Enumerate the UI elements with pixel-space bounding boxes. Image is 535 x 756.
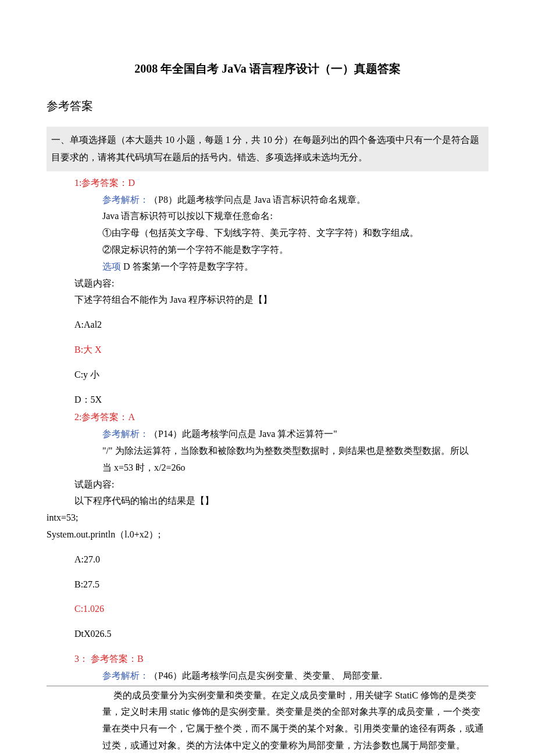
- q1-line4: ②限定标识符的第一个字符不能是数字字符。: [47, 242, 488, 259]
- explain-text: （P46）此题考核学问点是实例变量、类变量、 局部变量.: [149, 671, 382, 680]
- option-label: 选项: [102, 261, 121, 271]
- q2-stem: 以下程序代码的输出的结果是【】: [47, 493, 488, 510]
- q1-line2: Java 语言标识符可以按以下规章任意命名:: [47, 208, 488, 225]
- q2-content-label: 试题内容:: [47, 476, 488, 493]
- q1-line3: ①由字母（包括英文字母、下划线字符、美元字符、文字字符）和数字组成。: [47, 225, 488, 242]
- explain-label: 参考解析：: [102, 671, 149, 680]
- q2-explain-line1: 参考解析：（P14）此题考核学问点是 Java 算术运算符一": [47, 426, 488, 443]
- q2-option-a: A:27.0: [74, 551, 488, 568]
- explain-label: 参考解析：: [102, 195, 149, 205]
- explain-text: （P14）此题考核学问点是 Java 算术运算符一": [149, 429, 337, 439]
- section-intro-bar: 一、单项选择题（本大题共 10 小题，每题 1 分，共 10 分）在每题列出的四…: [47, 127, 488, 171]
- q1-content-label: 试题内容:: [47, 275, 488, 292]
- q1-stem: 下述字符组合不能作为 Java 程序标识符的是【】: [47, 292, 488, 309]
- explain-text: （P8）此题考核学问点是 Java 语言标识符命名规章。: [149, 195, 366, 205]
- page-title: 2008 年全国自考 JaVa 语言程序设计（一）真题答案: [47, 58, 488, 79]
- document-page: 2008 年全国自考 JaVa 语言程序设计（一）真题答案 参考答案 一、单项选…: [0, 0, 535, 756]
- q1-answer: 1:参考答案：D: [47, 175, 488, 192]
- q2-answer: 2:参考答案：A: [47, 409, 488, 426]
- q2-code-2: System.out.println（l.0+x2）;: [47, 526, 488, 543]
- divider: [47, 686, 488, 686]
- q2-code-1: intx=53;: [47, 510, 488, 526]
- q1-line5: 选项 D 答案第一个字符是数字字符。: [47, 259, 488, 275]
- q1-option-a: A:Aal2: [74, 317, 488, 334]
- q2-option-c: C:1.026: [74, 601, 488, 618]
- q2-option-b: B:27.5: [74, 576, 488, 593]
- option-text: D 答案第一个字符是数字字符。: [121, 261, 254, 271]
- q1-option-d: D：5X: [74, 392, 488, 409]
- q1-option-b: B:大 X: [74, 342, 488, 359]
- explain-label: 参考解析：: [102, 429, 149, 439]
- q3-paragraph: 类的成员变量分为实例变量和类变量。在定义成员变量时，用关键字 StatiC 修饰…: [47, 687, 488, 754]
- q3-answer: 3： 参考答案：B: [47, 651, 488, 668]
- q2-option-d: DtX026.5: [74, 626, 488, 643]
- q2-line3: 当 x=53 时，x/2=26o: [47, 460, 488, 476]
- q1-option-c: C:y 小: [74, 367, 488, 384]
- q3-explain-line1: 参考解析：（P46）此题考核学问点是实例变量、类变量、 局部变量.: [47, 668, 488, 685]
- q1-explain-line1: 参考解析：（P8）此题考核学问点是 Java 语言标识符命名规章。: [47, 192, 488, 209]
- section-header: 参考答案: [47, 95, 488, 116]
- q2-line2: "/" 为除法运算符，当除数和被除数均为整数类型数据时，则结果也是整数类型数据。…: [47, 443, 488, 460]
